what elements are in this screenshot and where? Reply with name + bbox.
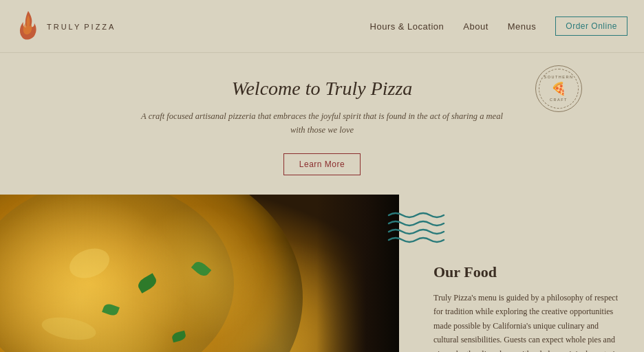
order-online-button[interactable]: Order Online [555,16,627,36]
pizza-photo [0,195,399,352]
badge-icon: 🍕 [551,81,566,96]
navigation: TRULY PIZZA Hours & Location About Menus… [0,0,644,53]
nav-about[interactable]: About [463,21,488,32]
logo-text: TRULY PIZZA [47,20,116,32]
hero-subtitle: A craft focused artisanal pizzeria that … [140,109,504,137]
food-content-section: Our Food Truly Pizza's menu is guided by… [0,195,644,352]
hero-section: SOUTHERN 🍕 CRAFT Welcome to Truly Pizza … [0,53,644,195]
badge-arc-bottom: CRAFT [539,98,578,102]
nav-links: Hours & Location About Menus Order Onlin… [370,16,627,36]
flame-logo-icon [14,8,43,44]
our-food-body: Truly Pizza's menu is guided by a philos… [433,291,622,352]
nav-menus[interactable]: Menus [508,21,537,32]
food-description-panel: Our Food Truly Pizza's menu is guided by… [399,195,644,352]
logo: TRULY PIZZA [14,8,116,44]
badge-arc-top: SOUTHERN [539,75,578,79]
our-food-title: Our Food [433,263,622,281]
nav-hours-location[interactable]: Hours & Location [370,21,444,32]
badge-stamp: SOUTHERN 🍕 CRAFT [535,65,582,112]
wave-decoration [385,208,454,252]
learn-more-button[interactable]: Learn More [283,153,361,175]
